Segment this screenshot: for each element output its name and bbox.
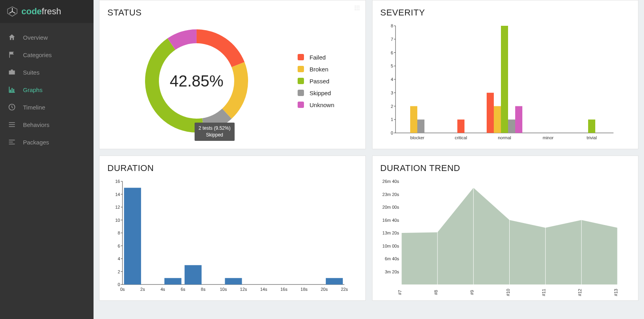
nav-label: Categories bbox=[23, 52, 52, 58]
svg-rect-66 bbox=[185, 265, 202, 284]
svg-text:20m 00s: 20m 00s bbox=[382, 205, 399, 209]
status-donut-chart[interactable]: 42.85% 2 tests (9.52%) Skipped bbox=[139, 23, 254, 138]
sidebar-item-suites[interactable]: Suites bbox=[0, 63, 94, 81]
svg-text:2s: 2s bbox=[140, 287, 145, 292]
clock-icon bbox=[8, 103, 16, 111]
panel-duration: DURATION 02468101214160s2s4s6s8s10s12s14… bbox=[99, 156, 366, 301]
svg-text:16: 16 bbox=[115, 179, 120, 184]
svg-rect-33 bbox=[457, 119, 464, 133]
svg-rect-36 bbox=[494, 106, 501, 133]
chart-tooltip: 2 tests (9.52%) Skipped bbox=[195, 123, 235, 141]
home-icon bbox=[8, 33, 16, 41]
legend-item: Unknown bbox=[298, 99, 334, 111]
svg-text:3m 20s: 3m 20s bbox=[384, 269, 399, 274]
list-icon bbox=[8, 121, 16, 129]
svg-text:14s: 14s bbox=[260, 287, 267, 292]
svg-text:22s: 22s bbox=[341, 287, 348, 292]
panel-trend: DURATION TREND 3m 20s6m 40s10m 00s13m 20… bbox=[372, 156, 639, 301]
status-legend: Failed Broken Passed Skipped Unknown bbox=[298, 51, 334, 111]
donut-center-value: 42.85% bbox=[170, 72, 224, 90]
legend-swatch bbox=[298, 78, 304, 84]
svg-text:26m 40s: 26m 40s bbox=[382, 179, 399, 184]
nav-label: Packages bbox=[23, 139, 49, 146]
svg-text:3: 3 bbox=[390, 90, 393, 95]
svg-point-6 bbox=[358, 8, 359, 8]
severity-bar-chart[interactable]: 012345678blockercriticalnormalminortrivi… bbox=[380, 22, 617, 145]
svg-text:trivial: trivial bbox=[587, 135, 597, 140]
svg-point-1 bbox=[355, 6, 355, 6]
svg-text:6: 6 bbox=[390, 50, 393, 55]
svg-point-4 bbox=[355, 8, 355, 8]
svg-text:1: 1 bbox=[390, 117, 393, 122]
svg-rect-39 bbox=[515, 106, 522, 133]
svg-text:4s: 4s bbox=[161, 287, 165, 292]
svg-text:#9: #9 bbox=[469, 290, 474, 295]
sidebar: codefresh Overview Categories Suites Gra… bbox=[0, 0, 94, 319]
legend-swatch bbox=[298, 90, 304, 96]
align-icon bbox=[8, 138, 16, 146]
svg-text:14: 14 bbox=[115, 192, 120, 197]
svg-text:6m 40s: 6m 40s bbox=[384, 256, 399, 261]
svg-text:#7: #7 bbox=[397, 290, 402, 295]
svg-text:0: 0 bbox=[118, 282, 120, 287]
nav: Overview Categories Suites Graphs Timeli… bbox=[0, 23, 94, 151]
svg-text:4: 4 bbox=[390, 77, 393, 82]
drag-handle-icon[interactable] bbox=[354, 5, 360, 12]
svg-text:#8: #8 bbox=[433, 290, 438, 295]
trend-area-chart[interactable]: 3m 20s6m 40s10m 00s13m 20s16m 40s20m 00s… bbox=[380, 177, 621, 296]
logo-icon bbox=[6, 6, 18, 17]
svg-text:2: 2 bbox=[118, 269, 120, 274]
svg-rect-38 bbox=[508, 119, 515, 133]
legend-item: Passed bbox=[298, 75, 334, 87]
sidebar-item-overview[interactable]: Overview bbox=[0, 29, 94, 46]
flag-icon bbox=[8, 51, 16, 59]
svg-rect-31 bbox=[417, 119, 424, 133]
nav-label: Graphs bbox=[23, 86, 42, 93]
svg-text:0: 0 bbox=[390, 131, 393, 135]
duration-bar-chart[interactable]: 02468101214160s2s4s6s8s10s12s14s16s18s20… bbox=[107, 177, 348, 296]
svg-text:12s: 12s bbox=[240, 287, 247, 292]
nav-label: Suites bbox=[23, 69, 40, 76]
svg-text:13m 20s: 13m 20s bbox=[382, 231, 399, 235]
svg-rect-65 bbox=[164, 278, 182, 284]
svg-text:6: 6 bbox=[118, 244, 120, 248]
svg-text:#13: #13 bbox=[613, 289, 618, 296]
svg-rect-68 bbox=[326, 278, 343, 284]
nav-label: Timeline bbox=[23, 104, 45, 111]
logo[interactable]: codefresh bbox=[0, 0, 94, 23]
sidebar-item-packages[interactable]: Packages bbox=[0, 133, 94, 151]
briefcase-icon bbox=[8, 68, 16, 76]
panel-title: DURATION bbox=[99, 156, 365, 177]
svg-text:critical: critical bbox=[455, 135, 467, 140]
svg-rect-30 bbox=[410, 106, 417, 133]
legend-swatch bbox=[298, 102, 304, 108]
legend-item: Skipped bbox=[298, 87, 334, 99]
svg-text:10: 10 bbox=[115, 218, 120, 223]
sidebar-item-categories[interactable]: Categories bbox=[0, 46, 94, 63]
legend-swatch bbox=[298, 54, 304, 60]
legend-item: Failed bbox=[298, 51, 334, 63]
panel-title: DURATION TREND bbox=[373, 156, 638, 177]
legend-item: Broken bbox=[298, 63, 334, 75]
svg-text:10m 00s: 10m 00s bbox=[382, 244, 399, 248]
svg-text:#12: #12 bbox=[577, 289, 582, 296]
sidebar-item-timeline[interactable]: Timeline bbox=[0, 98, 94, 116]
chart-icon bbox=[8, 86, 16, 94]
svg-text:minor: minor bbox=[543, 135, 554, 140]
svg-text:12: 12 bbox=[115, 205, 120, 209]
sidebar-item-graphs[interactable]: Graphs bbox=[0, 81, 94, 98]
legend-swatch bbox=[298, 66, 304, 72]
svg-text:normal: normal bbox=[498, 135, 511, 140]
svg-text:5: 5 bbox=[390, 63, 393, 68]
panel-severity: SEVERITY 012345678blockercriticalnormalm… bbox=[372, 0, 639, 149]
svg-point-3 bbox=[358, 6, 359, 6]
svg-text:16m 40s: 16m 40s bbox=[382, 218, 399, 223]
nav-label: Behaviors bbox=[23, 121, 50, 128]
svg-text:6s: 6s bbox=[181, 287, 185, 292]
svg-rect-64 bbox=[124, 188, 141, 284]
logo-text: codefresh bbox=[21, 6, 61, 17]
svg-text:7: 7 bbox=[390, 37, 393, 42]
svg-text:#10: #10 bbox=[505, 289, 510, 296]
panel-title: STATUS bbox=[99, 0, 365, 22]
sidebar-item-behaviors[interactable]: Behaviors bbox=[0, 116, 94, 133]
